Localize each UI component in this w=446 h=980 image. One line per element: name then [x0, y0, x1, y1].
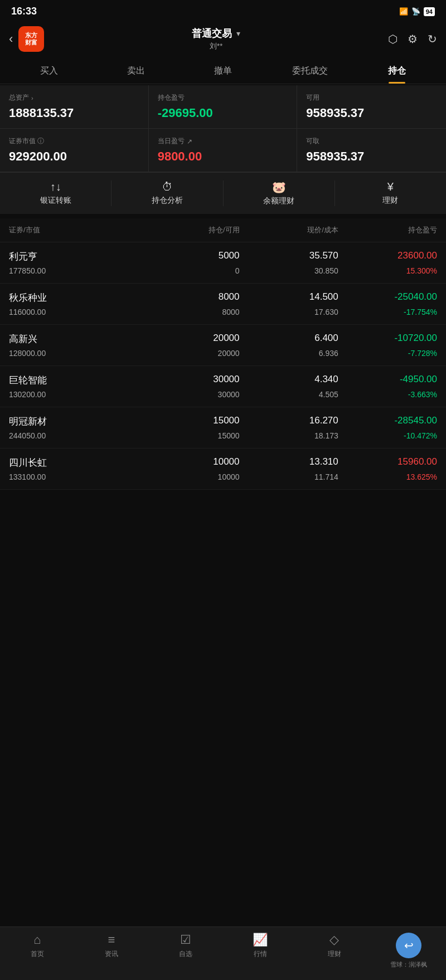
export-icon[interactable]: ⬡: [388, 32, 397, 46]
holding-name-0: 利元亨: [9, 250, 140, 263]
holding-qty-5: 10000: [140, 456, 239, 469]
stat-total-assets-value: 1888135.37: [9, 106, 139, 120]
nav-home-label: 首页: [31, 949, 44, 959]
nav-market[interactable]: 📈 行情: [223, 933, 297, 969]
finance-action[interactable]: ¥ 理财: [335, 181, 446, 206]
home-icon: ⌂: [33, 933, 41, 947]
holding-price-3: 4.340: [240, 374, 338, 387]
holding-mv-4: 244050.00: [9, 431, 140, 440]
bank-transfer-label: 银证转账: [40, 196, 71, 206]
finance-label: 理财: [382, 196, 398, 206]
holding-qty-3: 30000: [140, 374, 239, 387]
market-icon: 📈: [253, 933, 268, 947]
holding-avail-3: 30000: [140, 390, 239, 399]
nav-finance-label: 理财: [328, 949, 341, 959]
stat-holdings-pnl-label: 持仓盈亏: [158, 93, 288, 103]
holding-cost-5: 11.714: [240, 472, 338, 481]
holding-cost-1: 17.630: [240, 308, 338, 316]
tab-orders[interactable]: 委托成交: [266, 58, 353, 84]
tab-holdings[interactable]: 持仓: [353, 58, 440, 84]
external-link-icon: ↗: [187, 138, 192, 145]
holding-avail-5: 10000: [140, 472, 239, 481]
holding-avail-2: 20000: [140, 349, 239, 358]
holding-item-sichuanchanghong[interactable]: 四川长虹 10000 13.310 15960.00 133100.00 100…: [0, 448, 446, 490]
holdings-table-header: 证券/市值 持仓/可用 现价/成本 持仓盈亏: [0, 218, 446, 242]
bank-transfer-icon: ↑↓: [50, 181, 61, 193]
holding-mv-2: 128000.00: [9, 349, 140, 358]
holding-pnlpct-4: -10.472%: [338, 431, 437, 440]
finance-nav-icon: ◇: [329, 933, 339, 947]
stat-daily-pnl-value: 9800.00: [158, 149, 288, 164]
holding-price-4: 16.270: [240, 415, 338, 428]
holding-price-5: 13.310: [240, 456, 338, 469]
holding-pnlpct-0: 15.300%: [338, 266, 437, 275]
stat-daily-pnl[interactable]: 当日盈亏 ↗ 9800.00: [149, 129, 298, 172]
holdings-section: 证券/市值 持仓/可用 现价/成本 持仓盈亏 利元亨 5000 35.570 2…: [0, 218, 446, 490]
tab-cancel[interactable]: 撤单: [180, 58, 266, 84]
back-button[interactable]: ‹: [9, 32, 13, 46]
holding-mv-5: 133100.00: [9, 472, 140, 481]
holding-qty-4: 15000: [140, 415, 239, 428]
back-arrow-icon: ↩: [404, 939, 414, 952]
stat-holdings-pnl: 持仓盈亏 -29695.00: [149, 85, 298, 129]
nav-ai-portfolio[interactable]: ↩ 雪球：润泽枫: [372, 933, 446, 969]
nav-market-label: 行情: [254, 949, 267, 959]
watchlist-icon: ☑: [180, 933, 191, 947]
holding-item-liyuanheng[interactable]: 利元亨 5000 35.570 23600.00 177850.00 0 30.…: [0, 242, 446, 284]
col-header-qty: 持仓/可用: [140, 225, 239, 235]
holding-pnlpct-1: -17.754%: [338, 308, 437, 316]
holding-pnl-0: 23600.00: [338, 250, 437, 263]
settings-icon[interactable]: ⚙: [408, 32, 418, 46]
status-bar: 16:33 📶 📡 94: [0, 0, 446, 22]
holding-avail-1: 8000: [140, 308, 239, 316]
holding-pnlpct-2: -7.728%: [338, 349, 437, 358]
ai-circle-icon: ↩: [396, 933, 421, 958]
stat-market-value-label: 证券市值 ⓘ: [9, 136, 139, 146]
holding-name-2: 高新兴: [9, 333, 140, 345]
holding-price-0: 35.570: [240, 250, 338, 263]
tab-sell[interactable]: 卖出: [93, 58, 180, 84]
dropdown-chevron-icon[interactable]: ▾: [236, 29, 240, 38]
stat-total-assets-label: 总资产 ›: [9, 93, 139, 103]
holding-name-3: 巨轮智能: [9, 374, 140, 387]
stat-total-assets[interactable]: 总资产 › 1888135.37: [0, 85, 149, 129]
refresh-icon[interactable]: ↻: [428, 32, 437, 46]
holdings-analysis-icon: ⏱: [162, 181, 173, 193]
holding-qty-2: 20000: [140, 333, 239, 345]
holding-item-gaoxinxing[interactable]: 高新兴 20000 6.400 -10720.00 128000.00 2000…: [0, 325, 446, 366]
nav-home[interactable]: ⌂ 首页: [0, 933, 74, 969]
quick-actions: ↑↓ 银证转账 ⏱ 持仓分析 🐷 余额理财 ¥ 理财: [0, 172, 446, 214]
holding-name-1: 秋乐种业: [9, 291, 140, 304]
balance-finance-label: 余额理财: [263, 196, 294, 206]
nav-watchlist-label: 自选: [179, 949, 192, 959]
battery-indicator: 94: [424, 7, 435, 16]
holding-pnlpct-3: -3.663%: [338, 390, 437, 399]
holding-pnlpct-5: 13.625%: [338, 472, 437, 481]
bank-transfer-action[interactable]: ↑↓ 银证转账: [0, 181, 112, 206]
holding-item-julunzhineng[interactable]: 巨轮智能 30000 4.340 -4950.00 130200.00 3000…: [0, 366, 446, 407]
nav-finance[interactable]: ◇ 理财: [297, 933, 371, 969]
nav-watchlist[interactable]: ☑ 自选: [149, 933, 223, 969]
finance-icon: ¥: [387, 181, 394, 193]
holding-name-5: 四川长虹: [9, 456, 140, 469]
holding-cost-3: 4.505: [240, 390, 338, 399]
col-header-security: 证券/市值: [9, 225, 140, 235]
holding-qty-1: 8000: [140, 291, 239, 304]
holding-item-mingguanxincai[interactable]: 明冠新材 15000 16.270 -28545.00 244050.00 15…: [0, 407, 446, 448]
header-actions: ⬡ ⚙ ↻: [388, 32, 437, 46]
tab-bar: 买入 卖出 撤单 委托成交 持仓: [0, 58, 446, 84]
stat-holdings-pnl-value: -29695.00: [158, 106, 288, 120]
holdings-analysis-label: 持仓分析: [152, 196, 183, 206]
holding-cost-4: 18.173: [240, 431, 338, 440]
holdings-analysis-action[interactable]: ⏱ 持仓分析: [112, 181, 223, 206]
stat-available-value: 958935.37: [306, 106, 437, 120]
stat-available: 可用 958935.37: [297, 85, 446, 129]
nav-news[interactable]: ≡ 资讯: [74, 933, 148, 969]
holding-cost-2: 6.936: [240, 349, 338, 358]
app-logo: 东方财富: [18, 26, 44, 52]
balance-finance-action[interactable]: 🐷 余额理财: [224, 181, 335, 206]
tab-buy[interactable]: 买入: [6, 58, 93, 84]
holding-item-qiule[interactable]: 秋乐种业 8000 14.500 -25040.00 116000.00 800…: [0, 284, 446, 325]
news-icon: ≡: [108, 933, 115, 947]
nav-ai-label: 雪球：润泽枫: [390, 961, 427, 969]
